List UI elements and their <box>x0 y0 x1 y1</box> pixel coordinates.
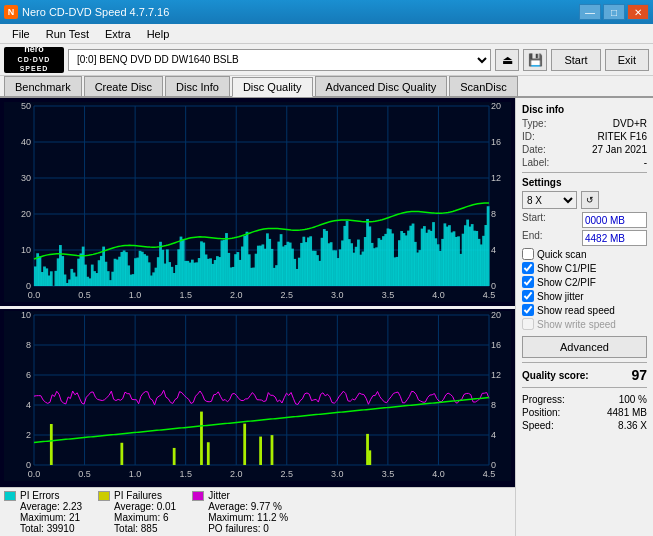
pi-errors-avg-value: 2.23 <box>63 501 82 512</box>
jitter-avg-label: Average: <box>208 501 248 512</box>
start-button[interactable]: Start <box>551 49 600 71</box>
speed-label: Speed: <box>522 420 554 431</box>
tab-disc-info[interactable]: Disc Info <box>165 76 230 96</box>
speed-row: Speed: 8.36 X <box>522 420 647 431</box>
pi-failures-avg-value: 0.01 <box>157 501 176 512</box>
pi-errors-total-value: 39910 <box>47 523 75 534</box>
show-write-speed-row: Show write speed <box>522 318 647 330</box>
speed-refresh-button[interactable]: ↺ <box>581 191 599 209</box>
advanced-button[interactable]: Advanced <box>522 336 647 358</box>
end-mb-row: End: <box>522 230 647 246</box>
maximize-button[interactable]: □ <box>603 4 625 20</box>
show-read-speed-checkbox[interactable] <box>522 304 534 316</box>
show-read-speed-label: Show read speed <box>537 305 615 316</box>
menu-extra[interactable]: Extra <box>97 27 139 41</box>
quick-scan-checkbox[interactable] <box>522 248 534 260</box>
progress-value: 100 % <box>619 394 647 405</box>
show-jitter-label: Show jitter <box>537 291 584 302</box>
title-bar-text: Nero CD-DVD Speed 4.7.7.16 <box>22 6 169 18</box>
legend-pi-errors: PI Errors Average: 2.23 Maximum: 21 Tota… <box>4 490 82 534</box>
pi-failures-max-label: Maximum: <box>114 512 160 523</box>
title-bar-left: N Nero CD-DVD Speed 4.7.7.16 <box>4 5 169 19</box>
tab-create-disc[interactable]: Create Disc <box>84 76 163 96</box>
end-input[interactable] <box>582 230 647 246</box>
app-icon: N <box>4 5 18 19</box>
quick-scan-row: Quick scan <box>522 248 647 260</box>
jitter-avg-value: 9.77 % <box>251 501 282 512</box>
exit-button[interactable]: Exit <box>605 49 649 71</box>
menu-run-test[interactable]: Run Test <box>38 27 97 41</box>
disc-id-row: ID: RITEK F16 <box>522 131 647 142</box>
jitter-po-failures-value: 0 <box>263 523 269 534</box>
start-label: Start: <box>522 212 546 228</box>
show-c1-row: Show C1/PIE <box>522 262 647 274</box>
tab-bar: Benchmark Create Disc Disc Info Disc Qua… <box>0 76 653 98</box>
disc-type-value: DVD+R <box>613 118 647 129</box>
menu-file[interactable]: File <box>4 27 38 41</box>
jitter-color-box <box>192 491 204 501</box>
eject-button[interactable]: ⏏ <box>495 49 519 71</box>
tab-advanced-disc-quality[interactable]: Advanced Disc Quality <box>315 76 448 96</box>
disc-type-row: Type: DVD+R <box>522 118 647 129</box>
jitter-max-value: 11.2 % <box>257 512 288 523</box>
speed-settings-row: 8 X 4 X 2 X Max ↺ <box>522 191 647 209</box>
show-c2-checkbox[interactable] <box>522 276 534 288</box>
disc-id-label: ID: <box>522 131 535 142</box>
speed-select[interactable]: 8 X 4 X 2 X Max <box>522 191 577 209</box>
drive-select[interactable]: [0:0] BENQ DVD DD DW1640 BSLB <box>68 49 491 71</box>
position-label: Position: <box>522 407 560 418</box>
jitter-po-failures-label: PO failures: <box>208 523 260 534</box>
disc-label-row: Label: - <box>522 157 647 168</box>
quick-scan-label: Quick scan <box>537 249 586 260</box>
position-value: 4481 MB <box>607 407 647 418</box>
pi-failures-total-value: 885 <box>141 523 158 534</box>
toolbar: neroCD·DVD SPEED [0:0] BENQ DVD DD DW164… <box>0 44 653 76</box>
main-content: PI Errors Average: 2.23 Maximum: 21 Tota… <box>0 98 653 536</box>
pi-failures-color-box <box>98 491 110 501</box>
show-c2-label: Show C2/PIF <box>537 277 596 288</box>
legend-jitter: Jitter Average: 9.77 % Maximum: 11.2 % P… <box>192 490 288 534</box>
close-button[interactable]: ✕ <box>627 4 649 20</box>
show-write-speed-checkbox <box>522 318 534 330</box>
show-c2-row: Show C2/PIF <box>522 276 647 288</box>
show-c1-label: Show C1/PIE <box>537 263 596 274</box>
pi-errors-max-label: Maximum: <box>20 512 66 523</box>
start-mb-row: Start: <box>522 212 647 228</box>
disc-label-value: - <box>644 157 647 168</box>
show-c1-checkbox[interactable] <box>522 262 534 274</box>
divider-3 <box>522 387 647 388</box>
quality-score-row: Quality score: 97 <box>522 367 647 383</box>
disc-type-label: Type: <box>522 118 546 129</box>
info-panel: Disc info Type: DVD+R ID: RITEK F16 Date… <box>515 98 653 536</box>
quality-score-value: 97 <box>631 367 647 383</box>
divider-2 <box>522 362 647 363</box>
lower-chart <box>4 311 511 481</box>
legend-area: PI Errors Average: 2.23 Maximum: 21 Tota… <box>0 487 515 536</box>
divider-1 <box>522 172 647 173</box>
pi-errors-title: PI Errors <box>20 490 59 501</box>
disc-date-row: Date: 27 Jan 2021 <box>522 144 647 155</box>
start-input[interactable] <box>582 212 647 228</box>
pi-errors-avg-label: Average: <box>20 501 60 512</box>
save-button[interactable]: 💾 <box>523 49 547 71</box>
disc-label-label: Label: <box>522 157 549 168</box>
minimize-button[interactable]: — <box>579 4 601 20</box>
progress-row: Progress: 100 % <box>522 394 647 405</box>
speed-value: 8.36 X <box>618 420 647 431</box>
menu-help[interactable]: Help <box>139 27 178 41</box>
position-row: Position: 4481 MB <box>522 407 647 418</box>
tab-benchmark[interactable]: Benchmark <box>4 76 82 96</box>
pi-failures-max-value: 6 <box>163 512 169 523</box>
upper-chart <box>4 102 511 302</box>
show-jitter-row: Show jitter <box>522 290 647 302</box>
jitter-max-label: Maximum: <box>208 512 254 523</box>
disc-info-title: Disc info <box>522 104 647 115</box>
jitter-title: Jitter <box>208 490 230 501</box>
nero-logo: neroCD·DVD SPEED <box>4 47 64 73</box>
show-read-speed-row: Show read speed <box>522 304 647 316</box>
show-jitter-checkbox[interactable] <box>522 290 534 302</box>
pi-errors-total-label: Total: <box>20 523 44 534</box>
tab-scan-disc[interactable]: ScanDisc <box>449 76 517 96</box>
tab-disc-quality[interactable]: Disc Quality <box>232 77 313 97</box>
legend-pi-failures: PI Failures Average: 0.01 Maximum: 6 Tot… <box>98 490 176 534</box>
